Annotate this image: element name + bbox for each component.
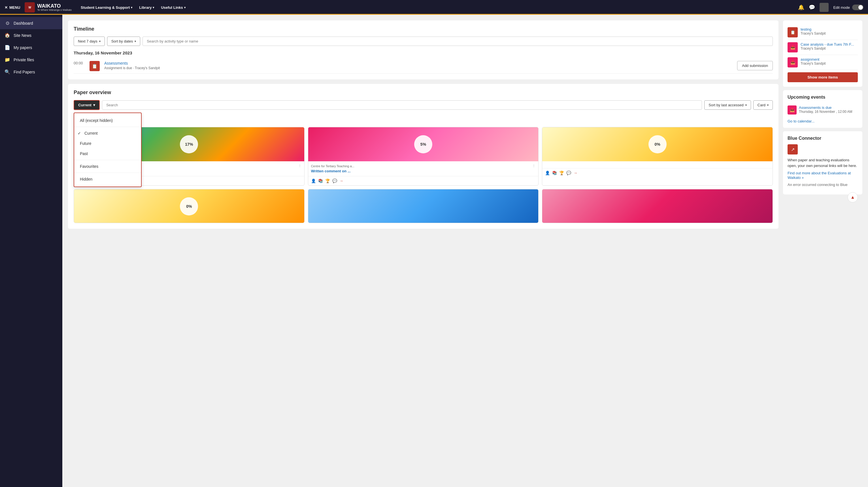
- chevron-down-icon: ▾: [184, 6, 186, 9]
- upcoming-events-title: Upcoming events: [787, 95, 858, 100]
- next-days-label: Next 7 days: [78, 39, 97, 44]
- progress-circle: 0%: [180, 197, 198, 216]
- calendar-link[interactable]: Go to calendar...: [787, 119, 858, 123]
- card-image: [308, 189, 538, 223]
- sidebar: ⊙ Dashboard 🏠 Site News 📄 My papers 📁 Pr…: [0, 15, 62, 487]
- activity-sub: Tracey's Sandpit: [801, 61, 826, 65]
- top-nav-right: 🔔 💬 Edit mode: [798, 3, 864, 12]
- nav-library[interactable]: Library ▾: [139, 5, 154, 10]
- arrow-icon[interactable]: →: [574, 171, 577, 175]
- search-icon: 🔍: [4, 69, 10, 75]
- card-body: [542, 161, 773, 168]
- sort-last-accessed-dropdown[interactable]: Sort by last accessed ▾: [704, 101, 751, 110]
- three-dots-icon[interactable]: ⋮: [532, 164, 535, 168]
- timeline-date: Thursday, 16 November 2023: [74, 51, 773, 55]
- chevron-down-icon: ▾: [153, 6, 154, 9]
- bell-icon[interactable]: 🔔: [798, 4, 804, 10]
- people-icon[interactable]: 👤: [545, 171, 550, 175]
- right-panel: 📋 testing Tracey's Sandpit 📤 Case analys…: [783, 21, 862, 481]
- bc-error: An error occurred connecting to Blue: [787, 182, 858, 188]
- arrow-icon[interactable]: →: [339, 179, 343, 183]
- card-body: Centre for Tertiary Teaching a... ⋮ Writ…: [308, 161, 538, 176]
- event-title[interactable]: Assessments is due: [799, 106, 852, 110]
- entry-info: Assessments Assignment is due · Tracey's…: [104, 61, 733, 70]
- toggle-switch[interactable]: [852, 4, 864, 10]
- timeline-search-box: [143, 36, 773, 46]
- activity-icon: 📋: [787, 27, 798, 37]
- show-more-button[interactable]: Show more items: [787, 72, 858, 82]
- award-icon[interactable]: 🏆: [325, 179, 330, 183]
- dropdown-divider-3: [74, 173, 141, 173]
- dropdown-item-hidden[interactable]: Hidden: [74, 174, 141, 184]
- blue-connector-icon[interactable]: ↗: [787, 144, 798, 154]
- course-card-grid-row2: 0%: [74, 189, 773, 223]
- university-shield: W: [25, 2, 35, 12]
- avatar[interactable]: [819, 3, 829, 12]
- current-dropdown-menu: All (except hidden) Current Future Past: [74, 113, 142, 187]
- course-card: 5% Centre for Tertiary Teaching a... ⋮ W…: [308, 127, 539, 186]
- sidebar-item-dashboard[interactable]: ⊙ Dashboard: [0, 17, 62, 29]
- view-card-dropdown[interactable]: Card ▾: [753, 101, 773, 110]
- timeline-entry: 00:00 📋 Assessments Assignment is due · …: [74, 59, 773, 74]
- sidebar-item-find-papers[interactable]: 🔍 Find Papers: [0, 66, 62, 78]
- sidebar-item-site-news[interactable]: 🏠 Site News: [0, 29, 62, 41]
- chat-icon[interactable]: 💬: [809, 4, 815, 10]
- progress-circle: 17%: [180, 135, 198, 153]
- sort-by-dates-dropdown[interactable]: Sort by dates ▾: [107, 36, 141, 46]
- dropdown-item-future[interactable]: Future: [74, 138, 141, 148]
- message-icon[interactable]: 💬: [332, 179, 337, 183]
- dropdown-item-past[interactable]: Past: [74, 148, 141, 159]
- award-icon[interactable]: 🏆: [559, 171, 564, 175]
- sidebar-item-label: Dashboard: [13, 21, 33, 26]
- activity-title[interactable]: assignment: [801, 57, 826, 61]
- next-days-dropdown[interactable]: Next 7 days ▾: [74, 36, 105, 46]
- three-dots-icon[interactable]: ⋮: [298, 164, 302, 168]
- menu-label: MENU: [9, 5, 20, 10]
- course-card: 0%: [74, 189, 305, 223]
- nav-student-learning[interactable]: Student Learning & Support ▾: [81, 5, 132, 10]
- content-area: Timeline Next 7 days ▾ Sort by dates ▾ T…: [62, 15, 868, 487]
- dropdown-item-all[interactable]: All (except hidden): [74, 115, 141, 125]
- sidebar-item-label: Site News: [13, 33, 31, 38]
- assessment-icon: 📋: [90, 61, 100, 71]
- activity-title[interactable]: Case analysis - due Tues 7th F...: [801, 42, 854, 47]
- paper-search-input[interactable]: [102, 101, 702, 110]
- card-title[interactable]: Written comment on ...: [311, 169, 536, 173]
- current-dropdown-button[interactable]: Current ▾: [74, 100, 100, 110]
- card-icons: 👤 📚 🏆 💬 →: [308, 176, 538, 185]
- entry-subtitle: Assignment is due · Tracey's Sandpit: [104, 66, 733, 70]
- activity-title[interactable]: testing: [801, 27, 826, 31]
- dropdown-item-favourites[interactable]: Favourites: [74, 161, 141, 172]
- main-layout: ⊙ Dashboard 🏠 Site News 📄 My papers 📁 Pr…: [0, 15, 868, 487]
- add-submission-button[interactable]: Add submission: [737, 61, 773, 70]
- sidebar-item-label: My papers: [13, 45, 32, 50]
- timeline-search-input[interactable]: [143, 36, 773, 46]
- logo-text: WAIKATO: [37, 3, 72, 8]
- course-card-grid: 17% Training Courses ⋮ Example paper for…: [74, 127, 773, 186]
- people-icon[interactable]: 👤: [311, 179, 316, 183]
- activity-item: 📋 testing Tracey's Sandpit: [787, 25, 858, 40]
- card-image: 0%: [542, 127, 773, 161]
- timeline-section: Timeline Next 7 days ▾ Sort by dates ▾ T…: [68, 21, 778, 79]
- home-icon: 🏠: [4, 33, 10, 38]
- menu-button[interactable]: ✕ MENU: [4, 5, 20, 10]
- sidebar-item-private-files[interactable]: 📁 Private files: [0, 54, 62, 66]
- nav-links: Student Learning & Support ▾ Library ▾ U…: [81, 5, 186, 10]
- nav-useful-links[interactable]: Useful Links ▾: [161, 5, 185, 10]
- scroll-to-top-button[interactable]: ▲: [847, 192, 858, 202]
- bc-evaluations-link[interactable]: Find out more about the Evaluations at W…: [787, 171, 851, 180]
- dashboard-icon: ⊙: [4, 21, 10, 26]
- edit-mode-toggle[interactable]: Edit mode: [833, 4, 864, 10]
- message-icon[interactable]: 💬: [566, 171, 571, 175]
- sidebar-item-label: Private files: [13, 58, 34, 62]
- dropdown-item-current[interactable]: Current: [74, 128, 141, 138]
- book-icon[interactable]: 📚: [318, 179, 323, 183]
- chevron-down-icon: ▾: [131, 6, 132, 9]
- chevron-down-icon: ▾: [745, 104, 747, 107]
- sidebar-item-my-papers[interactable]: 📄 My papers: [0, 41, 62, 54]
- activity-icon: 📤: [787, 42, 798, 52]
- card-image: 5%: [308, 127, 538, 161]
- activity-sub: Tracey's Sandpit: [801, 47, 854, 51]
- book-icon[interactable]: 📚: [552, 171, 557, 175]
- assessment-link[interactable]: Assessments: [104, 61, 733, 65]
